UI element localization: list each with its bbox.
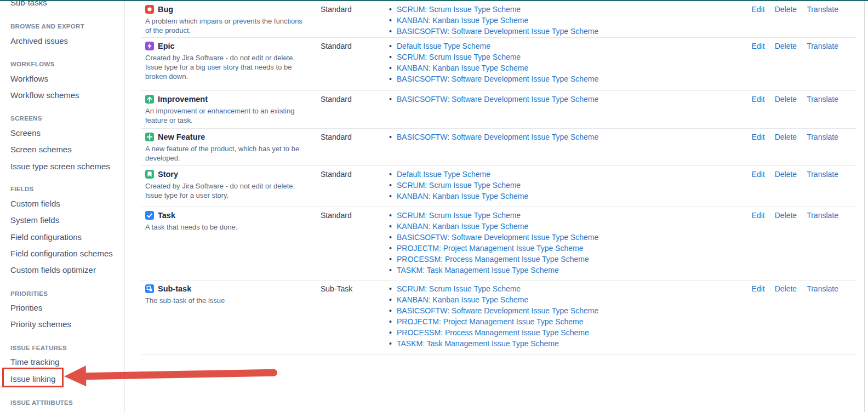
- scheme-list-item: •Default Issue Type Scheme: [389, 169, 752, 180]
- scheme-list-item: •BASICSOFTW: Software Development Issue …: [389, 232, 752, 243]
- issue-type-description: The sub-task of the issue: [145, 296, 310, 305]
- scheme-link-taskm[interactable]: TASKM: Task Management Issue Type Scheme: [397, 338, 559, 349]
- scheme-list-item: •PROCESSM: Process Management Issue Type…: [389, 327, 752, 338]
- edit-link-new-feature[interactable]: Edit: [752, 131, 765, 142]
- sidebar-item-time-tracking[interactable]: Time tracking: [10, 357, 59, 367]
- scheme-list-item: •KANBAN: Kanban Issue Type Scheme: [389, 294, 752, 305]
- edit-link-bug[interactable]: Edit: [752, 4, 765, 15]
- issue-type-name-cell: New Feature A new feature of the product…: [145, 131, 321, 163]
- scheme-link-basicsoftw[interactable]: BASICSOFTW: Software Development Issue T…: [397, 232, 598, 243]
- scheme-list-item: •KANBAN: Kanban Issue Type Scheme: [389, 221, 752, 232]
- bullet-icon: •: [389, 94, 397, 105]
- sidebar-item-custom-fields[interactable]: Custom fields: [10, 199, 60, 209]
- delete-link-improvement[interactable]: Delete: [775, 94, 797, 105]
- sidebar-item-workflows[interactable]: Workflows: [10, 74, 48, 84]
- scheme-link-kanban[interactable]: KANBAN: Kanban Issue Type Scheme: [397, 62, 528, 73]
- translate-link-sub-task[interactable]: Translate: [807, 283, 838, 294]
- translate-link-bug[interactable]: Translate: [807, 4, 838, 15]
- delete-link-task[interactable]: Delete: [775, 210, 797, 221]
- delete-link-new-feature[interactable]: Delete: [775, 131, 797, 142]
- bullet-icon: •: [389, 316, 397, 327]
- delete-link-story[interactable]: Delete: [775, 169, 797, 180]
- bug-icon: [145, 5, 154, 14]
- issue-type-description: Created by Jira Software - do not edit o…: [145, 53, 310, 81]
- bullet-icon: •: [389, 254, 397, 265]
- scheme-list-item: •BASICSOFTW: Software Development Issue …: [389, 26, 752, 37]
- issue-type-name-cell: Sub-task The sub-task of the issue: [145, 283, 321, 305]
- scheme-link-basicsoftw[interactable]: BASICSOFTW: Software Development Issue T…: [397, 131, 598, 142]
- scheme-list-item: •TASKM: Task Management Issue Type Schem…: [389, 338, 752, 349]
- scheme-link-kanban[interactable]: KANBAN: Kanban Issue Type Scheme: [397, 15, 528, 26]
- issue-type-kind: Standard: [321, 41, 389, 52]
- edit-link-improvement[interactable]: Edit: [752, 94, 765, 105]
- scheme-link-basicsoftw[interactable]: BASICSOFTW: Software Development Issue T…: [397, 73, 598, 84]
- sidebar-item-field-configuration-schemes[interactable]: Field configuration schemes: [10, 249, 113, 259]
- scheme-list-item: •PROCESSM: Process Management Issue Type…: [389, 254, 752, 265]
- scheme-list-item: •BASICSOFTW: Software Development Issue …: [389, 131, 752, 142]
- translate-link-improvement[interactable]: Translate: [807, 94, 838, 105]
- scheme-list-item: •KANBAN: Kanban Issue Type Scheme: [389, 15, 752, 26]
- delete-link-sub-task[interactable]: Delete: [775, 283, 797, 294]
- issue-type-row-new-feature: New Feature A new feature of the product…: [141, 129, 856, 166]
- issue-type-row-improvement: Improvement An improvement or enhancemen…: [141, 91, 856, 129]
- bullet-icon: •: [389, 62, 397, 73]
- scheme-link-processm[interactable]: PROCESSM: Process Management Issue Type …: [397, 327, 589, 338]
- sidebar-item-sub-tasks[interactable]: Sub-tasks: [10, 0, 47, 8]
- sidebar-item-screens[interactable]: Screens: [10, 128, 41, 138]
- sidebar-item-workflow-schemes[interactable]: Workflow schemes: [10, 90, 79, 100]
- issue-types-table: Bug A problem which impairs or prevents …: [141, 1, 856, 354]
- scheme-link-projectm[interactable]: PROJECTM: Project Management Issue Type …: [397, 243, 584, 254]
- sidebar-item-issue-type-screen-schemes[interactable]: Issue type screen schemes: [10, 162, 110, 171]
- scheme-link-projectm[interactable]: PROJECTM: Project Management Issue Type …: [397, 316, 584, 327]
- related-schemes-cell: •BASICSOFTW: Software Development Issue …: [389, 94, 752, 105]
- scheme-link-default-issue-type-scheme[interactable]: Default Issue Type Scheme: [397, 41, 490, 52]
- edit-link-epic[interactable]: Edit: [752, 41, 765, 52]
- translate-link-task[interactable]: Translate: [807, 210, 838, 221]
- scheme-link-taskm[interactable]: TASKM: Task Management Issue Type Scheme: [397, 265, 559, 276]
- scheme-list-item: •BASICSOFTW: Software Development Issue …: [389, 94, 752, 105]
- scheme-link-scrum[interactable]: SCRUM: Scrum Issue Type Scheme: [397, 180, 521, 191]
- bullet-icon: •: [389, 210, 397, 221]
- scheme-link-scrum[interactable]: SCRUM: Scrum Issue Type Scheme: [397, 52, 521, 62]
- issue-type-name-cell: Improvement An improvement or enhancemen…: [145, 94, 321, 125]
- sidebar-item-archived-issues[interactable]: Archived issues: [10, 36, 68, 46]
- scheme-link-scrum[interactable]: SCRUM: Scrum Issue Type Scheme: [397, 4, 521, 15]
- issue-type-kind: Standard: [321, 210, 389, 221]
- issue-type-name: Bug: [158, 4, 173, 15]
- translate-link-new-feature[interactable]: Translate: [807, 131, 838, 142]
- issue-type-row-epic: Epic Created by Jira Software - do not e…: [141, 38, 856, 91]
- sidebar-item-priority-schemes[interactable]: Priority schemes: [10, 319, 71, 329]
- sidebar-item-priorities[interactable]: Priorities: [10, 303, 42, 313]
- issue-type-description: A problem which impairs or prevents the …: [145, 16, 310, 35]
- scheme-link-scrum[interactable]: SCRUM: Scrum Issue Type Scheme: [397, 210, 521, 221]
- admin-sidebar: Sub-tasksBROWSE AND EXPORTArchived issue…: [0, 0, 125, 412]
- edit-link-story[interactable]: Edit: [752, 169, 765, 180]
- scheme-list-item: •KANBAN: Kanban Issue Type Scheme: [389, 191, 752, 202]
- scheme-link-kanban[interactable]: KANBAN: Kanban Issue Type Scheme: [397, 294, 528, 305]
- issue-type-description: A task that needs to be done.: [145, 222, 310, 232]
- scheme-list-item: •SCRUM: Scrum Issue Type Scheme: [389, 4, 752, 15]
- edit-link-task[interactable]: Edit: [752, 210, 765, 221]
- scheme-link-kanban[interactable]: KANBAN: Kanban Issue Type Scheme: [397, 221, 528, 232]
- scheme-link-basicsoftw[interactable]: BASICSOFTW: Software Development Issue T…: [397, 94, 598, 105]
- sidebar-item-custom-fields-optimizer[interactable]: Custom fields optimizer: [10, 265, 96, 275]
- edit-link-sub-task[interactable]: Edit: [752, 283, 765, 294]
- delete-link-epic[interactable]: Delete: [775, 41, 797, 52]
- bullet-icon: •: [389, 26, 397, 37]
- translate-link-epic[interactable]: Translate: [807, 41, 838, 52]
- delete-link-bug[interactable]: Delete: [775, 4, 797, 15]
- scheme-link-scrum[interactable]: SCRUM: Scrum Issue Type Scheme: [397, 283, 521, 294]
- sidebar-item-screen-schemes[interactable]: Screen schemes: [10, 145, 72, 154]
- bullet-icon: •: [389, 327, 397, 338]
- translate-link-story[interactable]: Translate: [807, 169, 838, 180]
- scheme-link-basicsoftw[interactable]: BASICSOFTW: Software Development Issue T…: [397, 26, 598, 37]
- related-schemes-list: •BASICSOFTW: Software Development Issue …: [389, 94, 752, 105]
- related-schemes-cell: •BASICSOFTW: Software Development Issue …: [389, 131, 752, 142]
- sidebar-item-system-fields[interactable]: System fields: [10, 215, 59, 225]
- sidebar-item-field-configurations[interactable]: Field configurations: [10, 232, 82, 242]
- issue-type-description: A new feature of the product, which has …: [145, 144, 310, 163]
- scheme-link-basicsoftw[interactable]: BASICSOFTW: Software Development Issue T…: [397, 305, 598, 316]
- scheme-link-kanban[interactable]: KANBAN: Kanban Issue Type Scheme: [397, 191, 528, 202]
- scheme-link-default-issue-type-scheme[interactable]: Default Issue Type Scheme: [397, 169, 490, 180]
- scheme-link-processm[interactable]: PROCESSM: Process Management Issue Type …: [397, 254, 589, 265]
